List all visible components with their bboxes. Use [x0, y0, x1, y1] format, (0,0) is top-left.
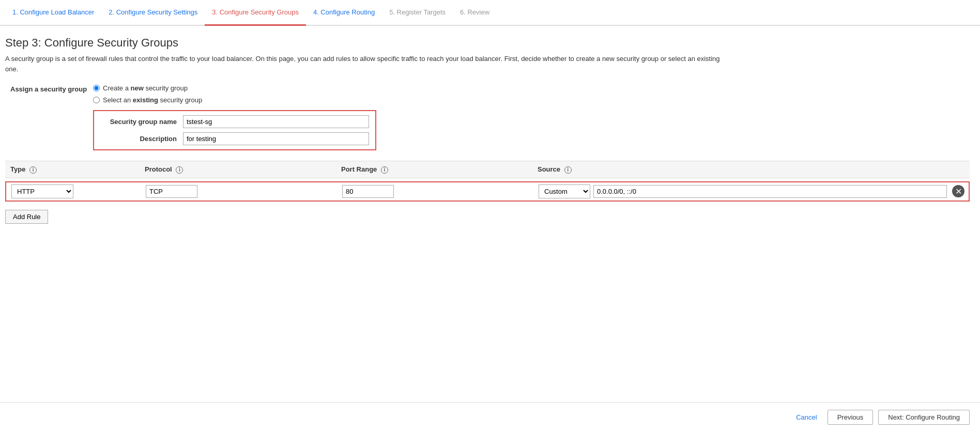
nav-step4[interactable]: 4. Configure Routing [306, 0, 382, 26]
description-label: Description [100, 135, 183, 143]
description-row: Description [100, 132, 369, 145]
col-port-header: Port Range i [336, 165, 532, 174]
nav-step6: 6. Review [453, 0, 497, 26]
rule-protocol-cell [141, 185, 337, 198]
source-info-icon[interactable]: i [564, 166, 572, 174]
nav-step3[interactable]: 3. Configure Security Groups [205, 0, 306, 26]
security-group-name-row: Security group name [100, 115, 369, 128]
assign-label: Assign a security group [10, 84, 93, 93]
rule-port-cell [337, 185, 533, 198]
rule-type-cell: HTTP HTTPS Custom TCP All traffic [6, 184, 141, 198]
col-type-header: Type i [5, 165, 140, 174]
rules-table-container: Type i Protocol i Port Range i Source i [5, 161, 970, 224]
wizard-navigation: 1. Configure Load Balancer 2. Configure … [0, 0, 980, 26]
radio-create-new-input[interactable] [93, 85, 100, 91]
assign-security-group-section: Assign a security group Create a new sec… [5, 84, 970, 150]
security-group-name-input[interactable] [183, 115, 369, 128]
previous-button[interactable]: Previous [828, 410, 874, 425]
assign-row: Assign a security group Create a new sec… [10, 84, 970, 104]
radio-create-new[interactable]: Create a new security group [93, 84, 202, 92]
page-title: Step 3: Configure Security Groups [5, 36, 970, 50]
description-input[interactable] [183, 132, 369, 145]
rule-row-content: HTTP HTTPS Custom TCP All traffic Custom… [6, 184, 952, 198]
nav-step5: 5. Register Targets [382, 0, 453, 26]
nav-step2[interactable]: 2. Configure Security Settings [101, 0, 205, 26]
next-button[interactable]: Next: Configure Routing [878, 410, 970, 425]
add-rule-button[interactable]: Add Rule [5, 210, 48, 224]
rule-port-input[interactable] [342, 185, 394, 198]
footer: Cancel Previous Next: Configure Routing [0, 402, 980, 432]
cancel-button[interactable]: Cancel [791, 410, 822, 424]
rule-source-value-input[interactable] [593, 185, 947, 198]
remove-rule-button[interactable]: ✕ [952, 185, 964, 197]
rule-type-select[interactable]: HTTP HTTPS Custom TCP All traffic [11, 184, 73, 198]
security-group-name-label: Security group name [100, 118, 183, 126]
col-source-header: Source i [532, 165, 970, 174]
page-description: A security group is a set of firewall ru… [5, 54, 729, 74]
col-protocol-header: Protocol i [140, 165, 336, 174]
rule-row: HTTP HTTPS Custom TCP All traffic Custom… [5, 181, 970, 202]
rules-table-header: Type i Protocol i Port Range i Source i [5, 161, 970, 178]
radio-group: Create a new security group Select an ex… [93, 84, 202, 104]
main-content: Step 3: Configure Security Groups A secu… [0, 26, 980, 234]
port-info-icon[interactable]: i [381, 166, 388, 174]
radio-select-existing-input[interactable] [93, 97, 100, 103]
protocol-info-icon[interactable]: i [176, 166, 183, 174]
rule-source-type-select[interactable]: Custom Anywhere My IP [539, 184, 590, 198]
rule-source-cell: Custom Anywhere My IP [533, 184, 952, 198]
sg-fields-section: Security group name Description [93, 110, 376, 150]
rule-protocol-input[interactable] [146, 185, 197, 198]
type-info-icon[interactable]: i [29, 166, 37, 174]
nav-step1[interactable]: 1. Configure Load Balancer [5, 0, 101, 26]
radio-select-existing[interactable]: Select an existing security group [93, 96, 202, 104]
